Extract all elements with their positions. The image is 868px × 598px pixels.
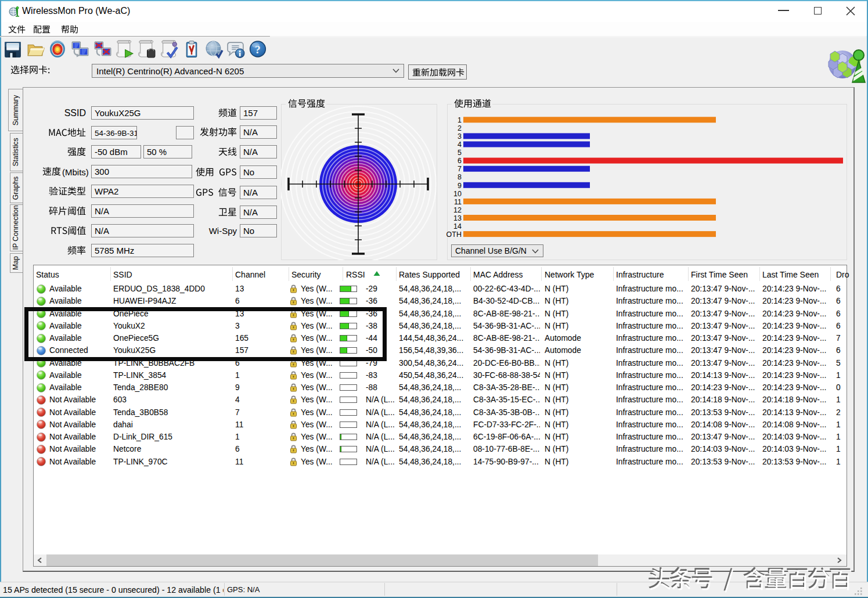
svg-text:10: 10 [453,190,462,198]
svg-text:5: 5 [458,149,462,157]
svg-text:8: 8 [458,173,462,181]
svg-text:OTH: OTH [446,230,462,239]
svg-text:?: ? [255,44,261,56]
svg-text:12: 12 [453,206,462,214]
svg-text:13: 13 [453,214,462,222]
svg-text:9: 9 [458,182,462,190]
svg-text:14: 14 [453,222,462,230]
svg-text:2: 2 [458,124,462,132]
svg-text:4: 4 [458,141,462,149]
svg-text:3: 3 [458,132,462,141]
svg-text:11: 11 [454,198,462,206]
svg-text:7: 7 [458,165,462,173]
svg-text:1: 1 [458,116,462,124]
svg-text:6: 6 [458,157,462,165]
